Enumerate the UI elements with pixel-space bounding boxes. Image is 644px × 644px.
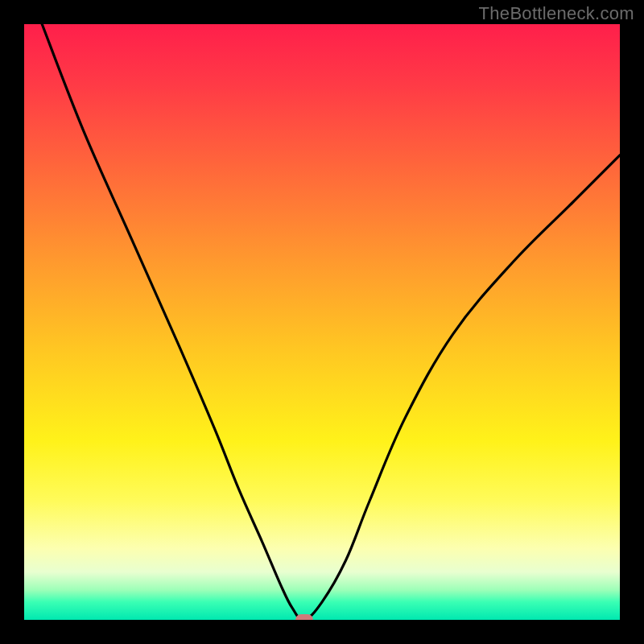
optimal-point-marker: [295, 614, 313, 620]
plot-area: [24, 24, 620, 620]
plot-gradient-background: [24, 24, 620, 620]
chart-frame: TheBottleneck.com: [0, 0, 644, 644]
watermark-text: TheBottleneck.com: [479, 3, 634, 24]
